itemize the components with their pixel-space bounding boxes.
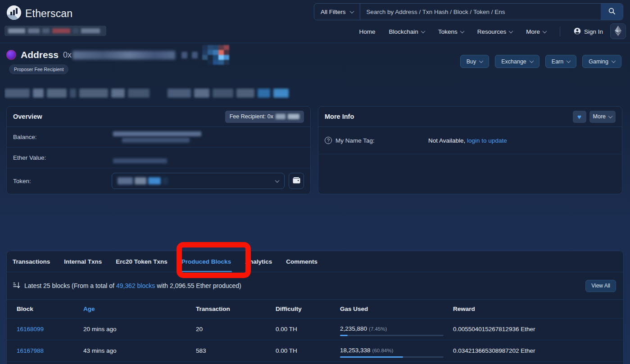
nav-tokens[interactable]: Tokens xyxy=(438,28,464,35)
col-block: Block xyxy=(17,306,83,312)
eth-price-redacted xyxy=(5,26,106,36)
buy-label: Buy xyxy=(467,58,476,65)
exchange-button[interactable]: Exchange xyxy=(495,55,539,68)
exchange-label: Exchange xyxy=(501,58,526,65)
balance-value-redacted xyxy=(113,131,201,143)
transaction-cell: 20 xyxy=(196,326,276,333)
more-info-card: More Info ♥ More ? My Name Tag: Not Avai… xyxy=(318,106,622,194)
gas-progress-track xyxy=(340,335,444,336)
token-holdings-button[interactable] xyxy=(289,173,304,189)
tab-internal-txns[interactable]: Internal Txns xyxy=(64,251,102,272)
token-dropdown[interactable] xyxy=(112,173,285,189)
sign-in-label: Sign In xyxy=(584,28,603,35)
tab-produced-blocks[interactable]: Produced Blocks xyxy=(181,251,231,272)
buy-button[interactable]: Buy xyxy=(460,55,489,68)
etherscan-logo-icon xyxy=(6,5,22,22)
gas-used-percent: (7.45%) xyxy=(369,326,387,332)
more-info-title: More Info xyxy=(325,113,354,120)
block-number-link[interactable]: 16167988 xyxy=(17,347,44,354)
chevron-down-icon xyxy=(608,114,613,118)
name-tag-value: Not Available, xyxy=(428,137,465,144)
view-all-button[interactable]: View All xyxy=(585,280,616,292)
favorite-button[interactable]: ♥ xyxy=(573,111,586,123)
fee-recipient-label: Fee Recipient: 0x xyxy=(230,113,273,120)
redacted-info-band xyxy=(5,87,291,99)
transaction-cell: 583 xyxy=(196,347,276,354)
col-age[interactable]: Age xyxy=(83,306,196,312)
nav-resources[interactable]: Resources xyxy=(477,28,513,35)
search-input[interactable] xyxy=(360,4,601,20)
col-transaction: Transaction xyxy=(196,306,276,312)
nav-blockchain[interactable]: Blockchain xyxy=(389,28,425,35)
gaming-button[interactable]: Gaming xyxy=(582,55,621,68)
difficulty-cell: 0.00 TH xyxy=(276,347,340,354)
summary-prefix: Latest 25 blocks (From a total of xyxy=(24,282,116,289)
address-identicon xyxy=(6,50,16,60)
brand-name: Etherscan xyxy=(25,8,73,20)
name-tag-label: My Name Tag: xyxy=(335,137,428,144)
tab-transactions[interactable]: Transactions xyxy=(13,251,50,272)
overview-card: Overview Fee Recipient: 0x Balance: Ethe… xyxy=(6,106,311,194)
block-number-link[interactable]: 16168099 xyxy=(17,326,44,333)
earn-button[interactable]: Earn xyxy=(545,55,576,68)
col-gas-used: Gas Used xyxy=(340,306,453,312)
gas-progress-track xyxy=(340,356,444,358)
ether-value-redacted xyxy=(113,152,190,163)
qr-icon-redacted xyxy=(192,52,198,58)
nav-tokens-label: Tokens xyxy=(438,28,458,35)
search-filter-label: All Filters xyxy=(321,9,346,15)
age-cell: 43 mins ago xyxy=(83,347,196,354)
sign-in-button[interactable]: Sign In xyxy=(574,27,603,36)
col-reward: Reward xyxy=(453,306,617,312)
gaming-label: Gaming xyxy=(589,58,608,65)
main-nav: Home Blockchain Tokens Resources More xyxy=(359,24,603,39)
gas-used-cell: 18,253,338(60.84%) xyxy=(340,344,453,358)
tab-comments[interactable]: Comments xyxy=(286,251,317,272)
network-switcher-button[interactable] xyxy=(610,23,626,39)
login-to-update-link[interactable]: login to update xyxy=(467,137,507,144)
proposer-fee-recipient-badge: Proposer Fee Recipient xyxy=(9,64,68,74)
address-action-buttons: Buy Exchange Earn Gaming xyxy=(460,55,621,68)
top-navbar: Etherscan All Filters xyxy=(0,0,630,43)
nav-more-label: More xyxy=(526,28,540,35)
etherscan-logo[interactable]: Etherscan xyxy=(6,5,73,22)
more-dropdown-button[interactable]: More xyxy=(589,111,616,123)
copy-icon-redacted xyxy=(181,52,187,58)
search-icon xyxy=(608,8,616,16)
ether-value-label: Ether Value: xyxy=(13,154,113,161)
chevron-down-icon xyxy=(529,58,534,63)
search-filter-dropdown[interactable]: All Filters xyxy=(314,4,360,20)
chevron-down-icon xyxy=(349,9,354,13)
help-icon: ? xyxy=(325,137,332,144)
reward-cell: 0.034213665308987202 Ether xyxy=(453,347,617,354)
page-title: Address xyxy=(21,49,59,60)
address-hash-prefix: 0x xyxy=(63,50,72,60)
tab-bar: Transactions Internal Txns Erc20 Token T… xyxy=(7,251,623,272)
nav-home[interactable]: Home xyxy=(359,28,376,35)
chevron-down-icon xyxy=(460,29,464,33)
blocks-summary-row: Latest 25 blocks (From a total of 49,362… xyxy=(7,272,623,299)
produced-blocks-card: Transactions Internal Txns Erc20 Token T… xyxy=(6,251,624,364)
chevron-down-icon xyxy=(567,58,571,63)
token-label: Token: xyxy=(13,178,112,184)
chevron-down-icon xyxy=(543,29,547,33)
token-value-redacted xyxy=(118,177,168,184)
chevron-down-icon xyxy=(275,178,280,183)
blocks-summary-text: Latest 25 blocks (From a total of 49,362… xyxy=(24,282,241,289)
chevron-down-icon xyxy=(509,29,513,33)
user-icon xyxy=(574,27,581,36)
search-button[interactable] xyxy=(601,4,623,20)
table-row: 16167988 43 mins ago 583 0.00 TH 18,253,… xyxy=(7,340,623,362)
gas-used-value: 2,235,880 xyxy=(340,325,367,332)
table-row: 16168099 20 mins ago 20 0.00 TH 2,235,88… xyxy=(7,319,623,340)
nav-resources-label: Resources xyxy=(477,28,507,35)
total-blocks-link[interactable]: 49,362 blocks xyxy=(116,282,155,289)
nav-more[interactable]: More xyxy=(526,28,546,35)
tab-erc20-token-txns[interactable]: Erc20 Token Txns xyxy=(116,251,168,272)
fee-recipient-pill: Fee Recipient: 0x xyxy=(225,111,304,123)
earn-label: Earn xyxy=(552,58,563,65)
gas-used-percent: (60.84%) xyxy=(372,348,394,353)
tab-analytics[interactable]: Analytics xyxy=(245,251,272,272)
gas-progress-fill xyxy=(340,335,348,336)
search-bar: All Filters xyxy=(314,3,623,20)
